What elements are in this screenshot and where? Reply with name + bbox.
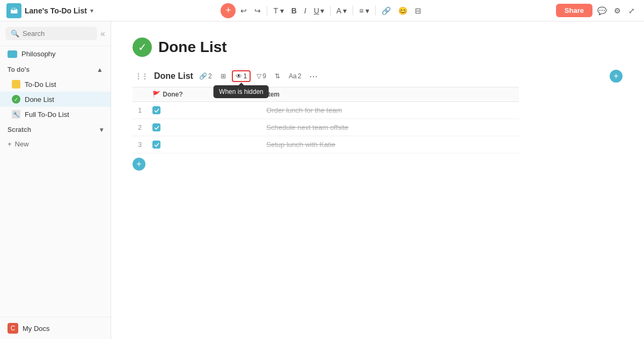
row-item-cell: Schedule next team offsite xyxy=(261,119,519,136)
done-check-icon: ✓ xyxy=(133,38,152,57)
page-title-row: ✓ Done List xyxy=(133,38,623,57)
item-text: Schedule next team offsite xyxy=(266,123,348,131)
search-box[interactable]: 🔍 xyxy=(5,27,97,40)
chevron-down-icon[interactable]: ▾ xyxy=(90,7,93,14)
sidebar-search-area: 🔍 « xyxy=(0,21,111,46)
font-color-button[interactable]: A ▾ xyxy=(334,4,349,17)
row-number: 1 xyxy=(133,102,147,119)
database-header: ⋮⋮ Done List 🔗 2 ⊞ 👁 1 When is hidden ▽ … xyxy=(133,70,623,83)
share-button[interactable]: Share xyxy=(556,4,592,17)
workspace-section: 🏔 Lane's To-Do List ▾ xyxy=(6,3,93,18)
main-layout: 🔍 « Philosophy To do's ▲ To-Do List ✓ Do… xyxy=(0,21,644,339)
page-title: Done List xyxy=(158,39,227,56)
toolbar-right: Share 💬 ⚙ ⤢ xyxy=(556,4,638,17)
sidebar-item-label: To-Do List xyxy=(25,80,56,89)
sidebar-section-scratch: Scratch ▾ xyxy=(0,122,111,137)
search-input[interactable] xyxy=(23,30,92,38)
done-icon: ✓ xyxy=(12,95,20,104)
checkbox[interactable] xyxy=(152,141,160,149)
undo-button[interactable]: ↩ xyxy=(238,4,250,17)
eye-icon: 👁 xyxy=(236,72,242,80)
underline-button[interactable]: U ▾ xyxy=(311,4,327,17)
search-icon: 🔍 xyxy=(11,30,19,38)
app-icon: 🏔 xyxy=(6,3,21,18)
content-area: ✓ Done List ⋮⋮ Done List 🔗 2 ⊞ 👁 1 When … xyxy=(111,21,644,339)
sidebar-footer: C My Docs xyxy=(0,317,111,339)
expand-button[interactable]: ⤢ xyxy=(626,4,638,17)
sidebar: 🔍 « Philosophy To do's ▲ To-Do List ✓ Do… xyxy=(0,21,111,339)
new-label: New xyxy=(15,140,29,148)
db-eye-count: 1 xyxy=(244,72,247,80)
checkbox-wrapper xyxy=(152,141,255,149)
sidebar-footer-label: My Docs xyxy=(23,325,50,333)
col-item-header: Item xyxy=(261,87,519,102)
separator-1 xyxy=(267,6,267,16)
emoji-button[interactable]: 😊 xyxy=(396,4,410,17)
separator-3 xyxy=(353,6,353,16)
db-more-button[interactable]: ⋯ xyxy=(307,70,320,83)
settings-button[interactable]: ⚙ xyxy=(611,4,624,17)
separator-2 xyxy=(330,6,331,16)
sidebar-item-full-todo[interactable]: 🔧 Full To-Do List xyxy=(0,107,111,122)
row-done-cell xyxy=(147,102,261,119)
checkbox[interactable] xyxy=(152,106,160,114)
full-todo-icon: 🔧 xyxy=(12,110,20,119)
sidebar-section-todos: To do's ▲ xyxy=(0,62,111,77)
bold-button[interactable]: B xyxy=(289,4,299,17)
row-num-header xyxy=(133,87,147,102)
link-button[interactable]: 🔗 xyxy=(379,4,393,17)
db-font-button[interactable]: Aa 2 xyxy=(286,71,304,81)
chevron-down-icon: ▾ xyxy=(100,126,103,134)
top-toolbar: 🏔 Lane's To-Do List ▾ + ↩ ↪ T ▾ B I U ▾ … xyxy=(0,0,644,21)
sidebar-item-label: Philosophy xyxy=(21,50,56,58)
toolbar-center: + ↩ ↪ T ▾ B I U ▾ A ▾ ≡ ▾ 🔗 😊 ⊟ xyxy=(98,3,547,18)
row-done-cell xyxy=(147,136,261,153)
text-style-button[interactable]: T ▾ xyxy=(270,4,286,17)
sidebar-item-label: Full To-Do List xyxy=(25,110,69,119)
sidebar-item-label: Done List xyxy=(25,95,54,104)
redo-button[interactable]: ↪ xyxy=(252,4,264,17)
row-done-cell xyxy=(147,119,261,136)
db-eye-wrapper: 👁 1 When is hidden xyxy=(232,70,251,82)
db-title: Done List xyxy=(154,71,193,81)
add-button[interactable]: + xyxy=(221,3,236,18)
align-button[interactable]: ≡ ▾ xyxy=(356,4,372,17)
sidebar-item-philosophy[interactable]: Philosophy xyxy=(0,46,111,62)
section-header-scratch[interactable]: Scratch ▾ xyxy=(8,126,103,134)
db-eye-button[interactable]: 👁 1 xyxy=(232,70,251,82)
database-table: 🚩 Done? Item 1 Order lunch for the team … xyxy=(133,87,519,153)
db-link-button[interactable]: 🔗 2 xyxy=(196,71,215,81)
row-item-cell: Order lunch for the team xyxy=(261,102,519,119)
sidebar-item-todo-list[interactable]: To-Do List xyxy=(0,77,111,92)
checkbox-wrapper xyxy=(152,106,255,114)
section-header-todos[interactable]: To do's ▲ xyxy=(8,66,103,73)
checkbox-wrapper xyxy=(152,123,255,131)
checkbox[interactable] xyxy=(152,123,160,131)
separator-4 xyxy=(375,6,376,16)
item-text: Order lunch for the team xyxy=(266,106,342,114)
db-sort-button[interactable]: ⇅ xyxy=(272,71,283,81)
section-label-todos: To do's xyxy=(8,66,30,73)
philosophy-icon xyxy=(8,50,17,58)
flag-icon: 🚩 xyxy=(152,91,160,98)
collapse-sidebar-icon[interactable]: « xyxy=(100,29,105,39)
todo-icon xyxy=(12,80,20,89)
sidebar-item-mydocs[interactable]: C My Docs xyxy=(0,318,111,339)
item-text: Setup lunch with Katie xyxy=(266,141,335,149)
plus-icon: + xyxy=(8,140,12,148)
sidebar-new-button[interactable]: + New xyxy=(0,137,111,151)
media-button[interactable]: ⊟ xyxy=(412,4,424,17)
mydocs-icon: C xyxy=(8,323,18,334)
workspace-name: Lane's To-Do List xyxy=(25,6,87,15)
add-row-button[interactable]: + xyxy=(133,158,145,171)
chevron-up-icon: ▲ xyxy=(97,66,103,73)
italic-button[interactable]: I xyxy=(302,4,309,17)
table-row: 3 Setup lunch with Katie xyxy=(133,136,519,153)
col-done-header: 🚩 Done? xyxy=(147,87,261,102)
sidebar-item-done-list[interactable]: ✓ Done List xyxy=(0,92,111,107)
db-filter-button[interactable]: ▽ 9 xyxy=(254,71,269,81)
add-column-button[interactable]: + xyxy=(610,70,623,83)
db-grid-button[interactable]: ⊞ xyxy=(218,71,229,81)
comment-button[interactable]: 💬 xyxy=(595,4,609,17)
db-drag-handle[interactable]: ⋮⋮ xyxy=(133,71,151,81)
